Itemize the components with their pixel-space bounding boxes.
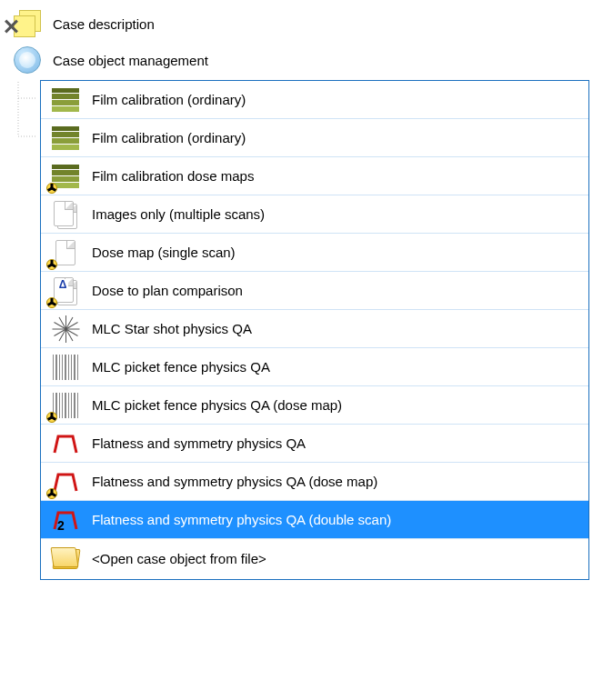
sticky-note-icon xyxy=(9,7,45,40)
case-object-item[interactable]: Flatness and symmetry physics QA (dose m… xyxy=(41,463,588,501)
tree-connector xyxy=(15,82,40,155)
doc-stack-delta-icon: Δ xyxy=(50,275,81,306)
close-x-icon xyxy=(2,18,18,35)
case-object-item-label: Film calibration (ordinary) xyxy=(81,130,246,145)
case-description-node[interactable]: Case description xyxy=(4,5,589,42)
case-object-management-label: Case object management xyxy=(45,53,208,68)
case-object-item[interactable]: MLC picket fence physics QA (dose map) xyxy=(41,386,588,425)
flatsym2-icon: 2 xyxy=(50,505,81,535)
case-object-item-label: Dose to plan comparison xyxy=(81,283,243,298)
case-object-item-label: MLC picket fence physics QA xyxy=(81,359,270,375)
case-object-item[interactable]: ΔDose to plan comparison xyxy=(41,272,588,310)
folder-icon xyxy=(50,543,81,574)
film-icon xyxy=(50,161,81,192)
case-object-list: Film calibration (ordinary)Film calibrat… xyxy=(40,80,589,580)
case-object-item-label: Flatness and symmetry physics QA xyxy=(81,435,306,451)
case-object-item[interactable]: Images only (multiple scans) xyxy=(41,195,588,234)
case-object-item[interactable]: Film calibration (ordinary) xyxy=(41,119,588,157)
case-object-item-label: Film calibration dose maps xyxy=(81,168,254,184)
case-object-item[interactable]: Film calibration (ordinary) xyxy=(41,81,588,119)
case-description-label: Case description xyxy=(45,16,155,32)
case-object-item-label: Images only (multiple scans) xyxy=(81,206,265,222)
doc-stack-icon xyxy=(50,199,81,230)
case-object-item[interactable]: MLC Star shot physics QA xyxy=(41,310,588,348)
flatsym-icon xyxy=(50,466,81,497)
case-object-item[interactable]: Film calibration dose maps xyxy=(41,157,588,195)
case-object-item-label: Dose map (single scan) xyxy=(81,245,236,260)
case-object-item-label: Flatness and symmetry physics QA (dose m… xyxy=(81,474,377,489)
case-object-item[interactable]: <Open case object from file> xyxy=(41,539,588,577)
doc-icon xyxy=(50,237,81,268)
case-object-item-label: Flatness and symmetry physics QA (double… xyxy=(81,512,391,527)
starshot-icon xyxy=(50,314,81,345)
gear-icon xyxy=(9,44,45,76)
case-object-item[interactable]: Flatness and symmetry physics QA xyxy=(41,425,588,463)
film-icon xyxy=(50,85,81,115)
case-object-item[interactable]: 2Flatness and symmetry physics QA (doubl… xyxy=(41,501,588,539)
tree-root: Case description Case object management … xyxy=(4,5,589,580)
case-object-management-node[interactable]: Case object management xyxy=(4,42,589,78)
case-object-item-label: MLC picket fence physics QA (dose map) xyxy=(81,397,342,413)
film-icon xyxy=(50,123,81,154)
fence-icon xyxy=(50,390,81,421)
fence-icon xyxy=(50,352,81,383)
case-object-item[interactable]: Dose map (single scan) xyxy=(41,234,588,272)
case-object-item-label: Film calibration (ordinary) xyxy=(81,92,246,107)
case-object-item[interactable]: MLC picket fence physics QA xyxy=(41,348,588,386)
case-object-item-label: <Open case object from file> xyxy=(81,551,266,566)
case-object-item-label: MLC Star shot physics QA xyxy=(81,321,252,336)
flatsym-icon xyxy=(50,428,81,459)
